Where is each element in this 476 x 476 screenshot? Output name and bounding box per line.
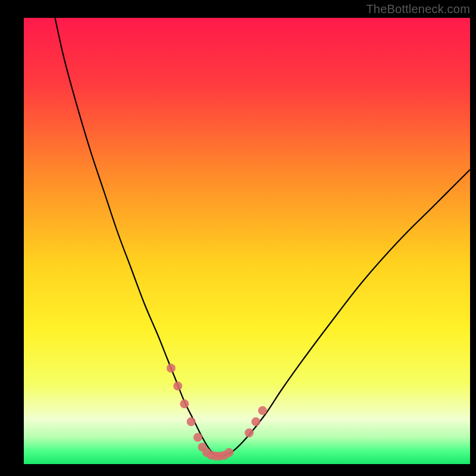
chart-stage: TheBottleneck.com: [0, 0, 476, 476]
gradient-plot-area: [24, 18, 470, 464]
watermark-text: TheBottleneck.com: [366, 2, 470, 16]
